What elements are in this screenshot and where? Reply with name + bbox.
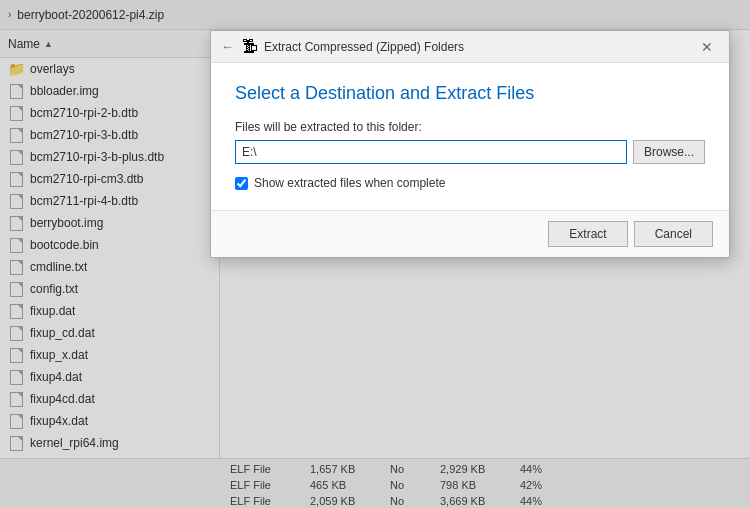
dialog-footer: Extract Cancel xyxy=(211,210,729,257)
extract-button[interactable]: Extract xyxy=(548,221,627,247)
path-input-row: Browse... xyxy=(235,140,705,164)
dialog-body: Select a Destination and Extract Files F… xyxy=(211,63,729,210)
dialog-close-button[interactable]: ✕ xyxy=(695,35,719,59)
browse-button[interactable]: Browse... xyxy=(633,140,705,164)
zip-icon: 🗜 xyxy=(242,38,258,56)
checkbox-label: Show extracted files when complete xyxy=(254,176,445,190)
dialog-overlay: ← 🗜 Extract Compressed (Zipped) Folders … xyxy=(0,0,750,508)
path-input[interactable] xyxy=(235,140,627,164)
folder-label: Files will be extracted to this folder: xyxy=(235,120,705,134)
dialog-titlebar: ← 🗜 Extract Compressed (Zipped) Folders … xyxy=(211,31,729,63)
show-files-checkbox[interactable] xyxy=(235,177,248,190)
dialog-title: Extract Compressed (Zipped) Folders xyxy=(264,40,695,54)
extract-dialog: ← 🗜 Extract Compressed (Zipped) Folders … xyxy=(210,30,730,258)
dialog-heading: Select a Destination and Extract Files xyxy=(235,83,705,104)
dialog-back-button[interactable]: ← xyxy=(221,39,234,54)
cancel-button[interactable]: Cancel xyxy=(634,221,713,247)
checkbox-row: Show extracted files when complete xyxy=(235,176,705,190)
